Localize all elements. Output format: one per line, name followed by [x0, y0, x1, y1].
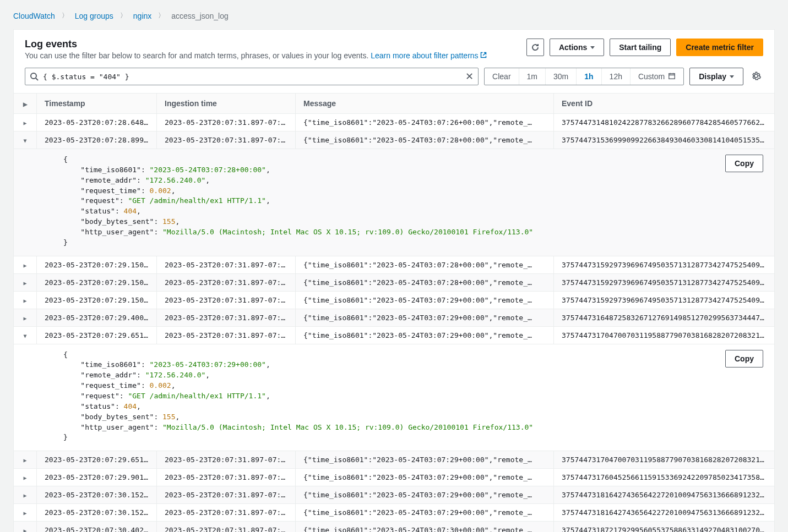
cell-message: {"time_iso8601":"2023-05-24T03:07:29+00:…: [296, 327, 554, 344]
row-expander[interactable]: [14, 292, 37, 309]
row-expander[interactable]: [14, 309, 37, 326]
cell-event-id: 3757447318164274365642272010094756313666…: [554, 486, 774, 503]
row-expander[interactable]: [14, 327, 37, 344]
cell-event-id: 3757447314810242287783266289607784285460…: [554, 114, 774, 131]
breadcrumb-link[interactable]: nginx: [133, 12, 151, 20]
filter-input-wrap[interactable]: ✕: [25, 68, 479, 85]
cell-event-id: 3757447317604525661159153369242209785023…: [554, 469, 774, 486]
cell-message: {"time_iso8601":"2023-05-24T03:07:28+00:…: [296, 256, 554, 273]
cell-ingestion: 2023-05-23T20:07:31.897-07:00: [157, 292, 296, 309]
range-1m[interactable]: 1m: [519, 68, 545, 85]
cell-timestamp: 2023-05-23T20:07:30.152-07:00: [37, 504, 157, 521]
table-row: 2023-05-23T20:07:29.651-07:002023-05-23T…: [14, 327, 774, 344]
settings-button[interactable]: [749, 69, 763, 85]
svg-point-0: [31, 73, 36, 79]
range-clear[interactable]: Clear: [485, 68, 518, 85]
table-row: 2023-05-23T20:07:29.400-07:002023-05-23T…: [14, 309, 774, 327]
row-expander[interactable]: [14, 451, 37, 468]
expand-all-toggle[interactable]: [14, 94, 37, 113]
cell-event-id: 3757447315929739696749503571312877342747…: [554, 256, 774, 273]
range-12h[interactable]: 12h: [601, 68, 630, 85]
col-ingestion[interactable]: Ingestion time: [157, 94, 296, 113]
breadcrumb-separator: 〉: [158, 11, 165, 20]
breadcrumb-link[interactable]: Log groups: [75, 12, 113, 20]
row-expander[interactable]: [14, 469, 37, 486]
cell-message: {"time_iso8601":"2023-05-24T03:07:30+00:…: [296, 522, 554, 532]
col-message[interactable]: Message: [296, 94, 554, 113]
cell-ingestion: 2023-05-23T20:07:31.897-07:00: [157, 451, 296, 468]
copy-button[interactable]: Copy: [725, 350, 763, 368]
range-custom[interactable]: Custom: [630, 68, 683, 85]
table-row: 2023-05-23T20:07:30.152-07:002023-05-23T…: [14, 504, 774, 522]
start-tailing-button[interactable]: Start tailing: [610, 39, 671, 56]
table-row: 2023-05-23T20:07:28.899-07:002023-05-23T…: [14, 131, 774, 149]
breadcrumb-separator: 〉: [120, 11, 127, 20]
gear-icon: [751, 71, 761, 81]
table-row: 2023-05-23T20:07:29.150-07:002023-05-23T…: [14, 292, 774, 309]
display-button[interactable]: Display: [689, 68, 743, 85]
cell-message: {"time_iso8601":"2023-05-24T03:07:29+00:…: [296, 469, 554, 486]
table-row: 2023-05-23T20:07:30.152-07:002023-05-23T…: [14, 486, 774, 504]
cell-ingestion: 2023-05-23T20:07:31.897-07:00: [157, 274, 296, 291]
cell-ingestion: 2023-05-23T20:07:31.897-07:00: [157, 309, 296, 326]
cell-message: {"time_iso8601":"2023-05-24T03:07:29+00:…: [296, 309, 554, 326]
row-json-detail: { "time_iso8601": "2023-05-24T03:07:28+0…: [14, 149, 774, 256]
cell-ingestion: 2023-05-23T20:07:31.897-07:00: [157, 256, 296, 273]
svg-rect-1: [669, 73, 675, 79]
cell-timestamp: 2023-05-23T20:07:29.651-07:00: [37, 451, 157, 468]
breadcrumb-separator: 〉: [62, 11, 68, 20]
clear-filter-icon[interactable]: ✕: [465, 72, 474, 81]
cell-timestamp: 2023-05-23T20:07:29.651-07:00: [37, 327, 157, 344]
cell-event-id: 3757447316487258326712769149851270299563…: [554, 309, 774, 326]
row-expander[interactable]: [14, 522, 37, 532]
cell-ingestion: 2023-05-23T20:07:31.897-07:00: [157, 504, 296, 521]
cell-ingestion: 2023-05-23T20:07:31.897-07:00: [157, 114, 296, 131]
col-timestamp[interactable]: Timestamp: [37, 94, 157, 113]
row-expander[interactable]: [14, 274, 37, 291]
log-events-panel: Log events You can use the filter bar be…: [13, 29, 775, 532]
cell-message: {"time_iso8601":"2023-05-24T03:07:29+00:…: [296, 486, 554, 503]
breadcrumb: CloudWatch〉Log groups〉nginx〉access_json_…: [13, 11, 775, 29]
cell-event-id: 3757447315369990992266384930460330814104…: [554, 131, 774, 149]
external-link-icon: [480, 51, 487, 60]
cell-event-id: 3757447317047007031195887790703816828207…: [554, 451, 774, 468]
search-icon: [30, 72, 39, 81]
chevron-down-icon: [590, 46, 595, 49]
cell-timestamp: 2023-05-23T20:07:29.150-07:00: [37, 292, 157, 309]
table-row: 2023-05-23T20:07:29.651-07:002023-05-23T…: [14, 451, 774, 469]
range-30m[interactable]: 30m: [545, 68, 576, 85]
cell-message: {"time_iso8601":"2023-05-24T03:07:28+00:…: [296, 274, 554, 291]
cell-message: {"time_iso8601":"2023-05-24T03:07:29+00:…: [296, 292, 554, 309]
cell-timestamp: 2023-05-23T20:07:29.901-07:00: [37, 469, 157, 486]
row-expander[interactable]: [14, 486, 37, 503]
actions-button[interactable]: Actions: [550, 39, 604, 56]
learn-more-link[interactable]: Learn more about filter patterns: [371, 51, 486, 60]
table-row: 2023-05-23T20:07:29.150-07:002023-05-23T…: [14, 256, 774, 274]
row-expander[interactable]: [14, 131, 37, 149]
filter-input[interactable]: [39, 73, 465, 81]
cell-ingestion: 2023-05-23T20:07:31.897-07:00: [157, 522, 296, 532]
cell-timestamp: 2023-05-23T20:07:29.400-07:00: [37, 309, 157, 326]
refresh-button[interactable]: [526, 39, 544, 56]
range-1h[interactable]: 1h: [576, 68, 601, 85]
cell-message: {"time_iso8601":"2023-05-24T03:07:26+00:…: [296, 114, 554, 131]
cell-message: {"time_iso8601":"2023-05-24T03:07:29+00:…: [296, 451, 554, 468]
cell-timestamp: 2023-05-23T20:07:28.899-07:00: [37, 131, 157, 149]
table-row: 2023-05-23T20:07:29.150-07:002023-05-23T…: [14, 274, 774, 292]
refresh-icon: [531, 43, 540, 52]
col-event-id[interactable]: Event ID: [554, 94, 774, 113]
row-expander[interactable]: [14, 114, 37, 131]
row-expander[interactable]: [14, 504, 37, 521]
table-row: 2023-05-23T20:07:30.402-07:002023-05-23T…: [14, 522, 774, 532]
page-title: Log events: [25, 39, 487, 50]
cell-message: {"time_iso8601":"2023-05-24T03:07:28+00:…: [296, 131, 554, 149]
cell-event-id: 3757447315929739696749503571312877342747…: [554, 292, 774, 309]
table-row: 2023-05-23T20:07:29.901-07:002023-05-23T…: [14, 469, 774, 486]
create-metric-filter-button[interactable]: Create metric filter: [676, 39, 763, 56]
row-expander[interactable]: [14, 256, 37, 273]
chevron-down-icon: [730, 75, 734, 78]
cell-event-id: 3757447315929739696749503571312877342747…: [554, 274, 774, 291]
breadcrumb-link[interactable]: CloudWatch: [13, 12, 55, 20]
table-header: Timestamp Ingestion time Message Event I…: [14, 93, 774, 114]
copy-button[interactable]: Copy: [725, 155, 763, 172]
